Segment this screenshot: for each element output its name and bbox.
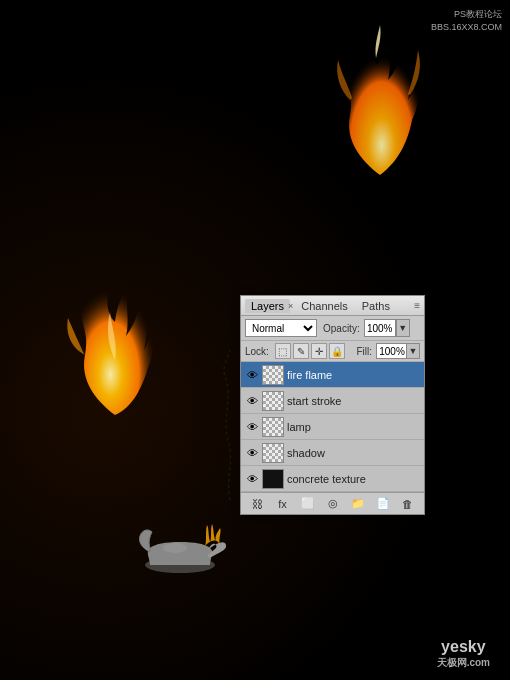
layer-row-concrete-texture[interactable]: 👁 concrete texture xyxy=(241,466,424,492)
flame-top xyxy=(330,20,430,180)
lock-label: Lock: xyxy=(245,346,269,357)
adjustment-button[interactable]: ◎ xyxy=(324,495,342,513)
tab-paths[interactable]: Paths xyxy=(356,299,396,313)
layer-name-start-stroke: start stroke xyxy=(287,395,420,407)
panel-bottom-toolbar: ⛓ fx ⬜ ◎ 📁 📄 🗑 xyxy=(241,492,424,514)
lock-transparent-icon[interactable]: ⬚ xyxy=(275,343,291,359)
opacity-arrow[interactable]: ▼ xyxy=(396,319,410,337)
layer-visibility-lamp[interactable]: 👁 xyxy=(245,420,259,434)
lock-image-icon[interactable]: ✎ xyxy=(293,343,309,359)
layer-visibility-start-stroke[interactable]: 👁 xyxy=(245,394,259,408)
panel-menu-button[interactable]: ≡ xyxy=(414,300,420,311)
watermark-top: PS教程论坛 BBS.16XX8.COM xyxy=(431,8,502,33)
layer-row-lamp[interactable]: 👁 lamp xyxy=(241,414,424,440)
layer-visibility-fire-flame[interactable]: 👁 xyxy=(245,368,259,382)
tab-layers-close[interactable]: × xyxy=(288,301,293,311)
lock-fill-row: Lock: ⬚ ✎ ✛ 🔒 Fill: ▼ xyxy=(241,341,424,362)
layer-thumb-fire-flame xyxy=(262,365,284,385)
layer-thumb-concrete-texture xyxy=(262,469,284,489)
layer-name-concrete-texture: concrete texture xyxy=(287,473,420,485)
lamp xyxy=(130,520,230,580)
opacity-label: Opacity: xyxy=(323,323,360,334)
layer-name-shadow: shadow xyxy=(287,447,420,459)
blend-mode-select[interactable]: Normal xyxy=(245,319,317,337)
layer-thumb-shadow xyxy=(262,443,284,463)
fill-label: Fill: xyxy=(356,346,372,357)
fill-input[interactable] xyxy=(376,343,408,359)
layer-row-start-stroke[interactable]: 👁 start stroke xyxy=(241,388,424,414)
tab-channels[interactable]: Channels xyxy=(295,299,353,313)
layer-visibility-shadow[interactable]: 👁 xyxy=(245,446,259,460)
layer-thumb-start-stroke xyxy=(262,391,284,411)
opacity-input[interactable] xyxy=(364,319,396,337)
fill-arrow[interactable]: ▼ xyxy=(406,343,420,359)
flame-middle xyxy=(60,280,180,420)
layer-name-fire-flame: fire flame xyxy=(287,369,420,381)
lock-position-icon[interactable]: ✛ xyxy=(311,343,327,359)
layers-panel: Layers × Channels Paths ≡ Normal Opacity… xyxy=(240,295,425,515)
layer-row-shadow[interactable]: 👁 shadow xyxy=(241,440,424,466)
panel-blend-opacity-row: Normal Opacity: ▼ xyxy=(241,316,424,341)
delete-layer-button[interactable]: 🗑 xyxy=(399,495,417,513)
layer-thumb-lamp xyxy=(262,417,284,437)
lock-all-icon[interactable]: 🔒 xyxy=(329,343,345,359)
layers-list: 👁 fire flame 👁 start stroke 👁 lamp 👁 sha… xyxy=(241,362,424,492)
panel-titlebar: Layers × Channels Paths ≡ xyxy=(241,296,424,316)
watermark-bottom: yesky 天极网.com xyxy=(437,638,490,670)
layer-row-fire-flame[interactable]: 👁 fire flame xyxy=(241,362,424,388)
link-layers-button[interactable]: ⛓ xyxy=(249,495,267,513)
layer-visibility-concrete-texture[interactable]: 👁 xyxy=(245,472,259,486)
tab-layers[interactable]: Layers xyxy=(245,299,290,313)
layer-name-lamp: lamp xyxy=(287,421,420,433)
svg-point-1 xyxy=(163,543,187,553)
fx-button[interactable]: fx xyxy=(274,495,292,513)
group-button[interactable]: 📁 xyxy=(349,495,367,513)
add-mask-button[interactable]: ⬜ xyxy=(299,495,317,513)
new-layer-button[interactable]: 📄 xyxy=(374,495,392,513)
